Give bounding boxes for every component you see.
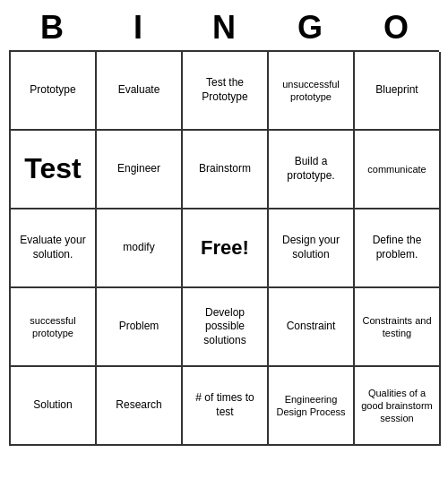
bingo-letter-N: N: [185, 9, 263, 47]
bingo-cell-0: Prototype: [11, 52, 97, 131]
bingo-cell-2: Test the Prototype: [183, 52, 269, 131]
bingo-cell-24: Qualities of a good brainstorm session: [355, 367, 441, 446]
bingo-cell-12: Free!: [183, 209, 269, 288]
bingo-cell-13: Design your solution: [269, 209, 355, 288]
bingo-cell-14: Define the problem.: [355, 209, 441, 288]
bingo-cell-3: unsuccessful prototype: [269, 52, 355, 131]
bingo-cell-20: Solution: [11, 367, 97, 446]
bingo-letter-B: B: [13, 9, 91, 47]
bingo-cell-16: Problem: [97, 288, 183, 367]
bingo-cell-22: # of times to test: [183, 367, 269, 446]
bingo-cell-7: Brainstorm: [183, 131, 269, 209]
bingo-cell-23: Engineering Design Process: [269, 367, 355, 446]
bingo-cell-15: successful prototype: [11, 288, 97, 367]
bingo-cell-4: Blueprint: [355, 52, 441, 131]
bingo-letter-O: O: [357, 9, 435, 47]
bingo-cell-19: Constraints and testing: [355, 288, 441, 367]
bingo-cell-6: Engineer: [97, 131, 183, 209]
bingo-letter-I: I: [99, 9, 177, 47]
bingo-grid: PrototypeEvaluateTest the Prototypeunsuc…: [9, 50, 439, 446]
bingo-cell-5: Test: [11, 131, 97, 209]
bingo-cell-21: Research: [97, 367, 183, 446]
bingo-cell-1: Evaluate: [97, 52, 183, 131]
bingo-cell-17: Develop possible solutions: [183, 288, 269, 367]
bingo-cell-18: Constraint: [269, 288, 355, 367]
bingo-cell-9: communicate: [355, 131, 441, 209]
bingo-cell-8: Build a prototype.: [269, 131, 355, 209]
bingo-header: BINGO: [9, 9, 439, 47]
bingo-card: BINGO PrototypeEvaluateTest the Prototyp…: [9, 9, 439, 446]
bingo-letter-G: G: [271, 9, 349, 47]
bingo-cell-11: modify: [97, 209, 183, 288]
bingo-cell-10: Evaluate your solution.: [11, 209, 97, 288]
